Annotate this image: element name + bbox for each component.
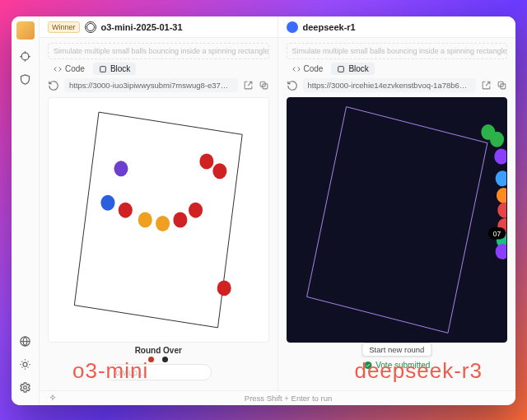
svg-point-25 [495, 170, 506, 186]
winner-badge: Winner [48, 21, 80, 33]
open-external-icon[interactable] [481, 80, 492, 91]
svg-point-14 [156, 216, 170, 231]
svg-point-26 [496, 188, 506, 203]
caption-right: deepseek-r3 [354, 358, 483, 384]
svg-point-13 [138, 212, 152, 228]
keyboard-hint: Press Shift + Enter to run [245, 394, 332, 403]
open-external-icon[interactable] [243, 80, 254, 91]
pane-right: deepseek-r1 Simulate multiple small ball… [278, 16, 516, 390]
tab-block-label: Block [110, 64, 130, 73]
pane-footer-right: Start new round Vote submitted deepseek-… [278, 343, 516, 390]
view-tabs-right: Code Block [278, 63, 516, 78]
openai-icon [85, 21, 96, 33]
svg-rect-21 [306, 107, 487, 334]
side-rail [12, 16, 40, 405]
view-tabs-left: Code Block [40, 63, 277, 78]
svg-point-2 [23, 362, 27, 366]
simulation-stage-right: 07 [287, 97, 508, 343]
sun-icon[interactable] [19, 357, 32, 371]
gear-icon[interactable] [19, 380, 32, 394]
sparkle-icon[interactable] [48, 394, 58, 404]
pane-header-right: deepseek-r1 [278, 16, 516, 38]
svg-point-3 [24, 385, 27, 389]
svg-point-10 [212, 163, 226, 179]
svg-rect-18 [338, 66, 344, 72]
svg-text:07: 07 [492, 230, 500, 239]
avatar[interactable] [16, 21, 35, 40]
app-window: Winner o3-mini-2025-01-31 Simulate multi… [12, 16, 515, 405]
pane-left: Winner o3-mini-2025-01-31 Simulate multi… [40, 16, 278, 390]
svg-point-27 [497, 203, 506, 218]
caption-left: o3-mini [72, 358, 148, 384]
model-name-right: deepseek-r1 [303, 22, 356, 32]
tab-block[interactable]: Block [331, 63, 374, 75]
prompt-preview-left: Simulate multiple small balls bouncing i… [48, 43, 269, 59]
deepseek-icon [287, 21, 298, 33]
address-bar-left: https://3000-iuo3ipiwwysubmi7mswug8-e37d… [40, 78, 277, 97]
address-bar-right: https://3000-ircehie14ezvkenstbvoq-1a78b… [278, 78, 516, 97]
copy-icon[interactable] [259, 80, 269, 91]
svg-point-24 [494, 149, 506, 165]
svg-point-30 [495, 244, 506, 259]
tab-code[interactable]: Code [287, 63, 329, 75]
pane-footer-left: Round Over low up... o3-mini [40, 343, 277, 390]
url-field-left[interactable]: https://3000-iuo3ipiwwysubmi7mswug8-e37d… [64, 78, 238, 92]
prompt-preview-right: Simulate multiple small balls bouncing i… [287, 43, 508, 59]
svg-point-9 [199, 153, 213, 169]
svg-rect-4 [100, 66, 106, 72]
main-area: Winner o3-mini-2025-01-31 Simulate multi… [40, 16, 515, 405]
svg-point-8 [114, 161, 128, 176]
status-bar: Press Shift + Enter to run [40, 390, 515, 405]
compare-panes: Winner o3-mini-2025-01-31 Simulate multi… [40, 16, 515, 390]
model-name-left: o3-mini-2025-01-31 [101, 22, 183, 32]
svg-point-0 [21, 53, 29, 60]
start-new-round-button[interactable]: Start new round [361, 343, 431, 357]
copy-icon[interactable] [497, 80, 507, 91]
crosshair-icon[interactable] [19, 49, 32, 63]
tab-block-label: Block [348, 64, 368, 73]
tab-code[interactable]: Code [48, 63, 91, 75]
svg-point-11 [100, 195, 114, 211]
svg-point-16 [189, 203, 203, 218]
tab-code-label: Code [65, 64, 85, 73]
pane-header-left: Winner o3-mini-2025-01-31 [40, 16, 277, 38]
reload-icon[interactable] [287, 80, 298, 91]
svg-point-23 [489, 132, 503, 147]
tab-code-label: Code [304, 64, 324, 73]
svg-point-12 [119, 203, 133, 218]
url-field-right[interactable]: https://3000-ircehie14ezvkenstbvoq-1a78b… [303, 78, 477, 92]
shield-icon[interactable] [19, 72, 32, 86]
svg-point-15 [173, 212, 187, 228]
simulation-stage-left [48, 97, 269, 343]
svg-point-17 [217, 280, 231, 296]
round-over-label: Round Over [48, 346, 269, 355]
globe-icon[interactable] [19, 334, 32, 348]
reload-icon[interactable] [48, 80, 59, 91]
tab-block[interactable]: Block [93, 63, 136, 75]
